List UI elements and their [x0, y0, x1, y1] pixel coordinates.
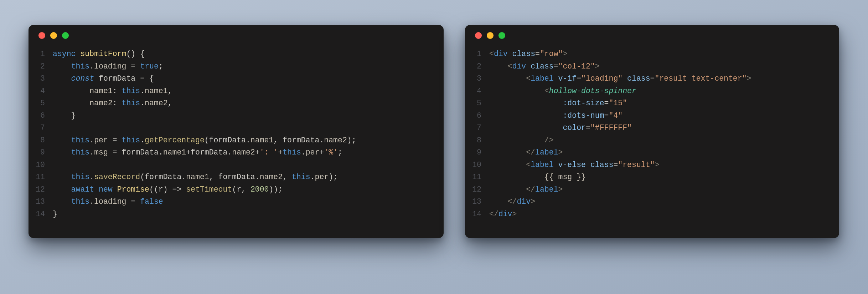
token-punct: . [181, 173, 186, 181]
minimize-icon[interactable] [50, 32, 57, 39]
token-tag-br: > [563, 50, 567, 58]
token-punct: . [89, 173, 94, 181]
token-attr2: {{ msg }} [544, 173, 586, 181]
token-punct: : [113, 87, 117, 95]
code-line: </label> [489, 185, 563, 194]
token-key: this [71, 197, 90, 206]
token-punct: , [168, 87, 172, 95]
token-ident: r [237, 185, 241, 194]
token-punct: , [209, 173, 214, 181]
token-punct: . [301, 148, 306, 157]
token-tag-br: > [558, 148, 563, 157]
token-prop: name1 [89, 87, 113, 95]
token-punct: . [140, 87, 145, 95]
code-line: <div class="col-12"> [489, 62, 600, 71]
token-tag-br: < [526, 74, 531, 83]
token-op: + [319, 148, 324, 157]
code-line: <div class="row"> [489, 50, 567, 58]
zoom-icon[interactable] [498, 32, 505, 39]
token-punct: { [140, 50, 145, 58]
line-gutter: 1 2 3 4 5 6 7 8 9 10 11 12 13 14 [465, 48, 489, 220]
token-punct: . [89, 62, 94, 71]
token-punct: { [149, 74, 154, 83]
token-key: new [99, 185, 113, 194]
token-str: "row" [540, 50, 563, 58]
code-body[interactable]: async submitForm() { this.loading = true… [53, 48, 444, 220]
code-body[interactable]: <div class="row"> <div class="col-12"> <… [489, 48, 839, 220]
close-icon[interactable] [38, 32, 45, 39]
token-punct: . [310, 173, 315, 181]
token-ident: formData [191, 148, 227, 157]
code-line: name2: this.name2, [53, 99, 172, 107]
token-op: => [172, 185, 182, 194]
minimize-icon[interactable] [487, 32, 494, 39]
token-str: "15" [609, 99, 627, 107]
token-key: await [71, 185, 94, 194]
token-punct: ( [140, 173, 145, 181]
code-window-html: 1 2 3 4 5 6 7 8 9 10 11 12 13 14 <div cl… [465, 25, 839, 238]
code-line: <hollow-dots-spinner [489, 87, 636, 95]
token-tag: label [531, 161, 554, 169]
code-line: color="#FFFFFF" [489, 123, 632, 132]
code-line: async submitForm() { [53, 50, 145, 58]
token-tag-br: < [508, 62, 512, 71]
token-tag-br: </ [489, 210, 498, 218]
token-ident: formData [145, 173, 181, 181]
token-punct: } [71, 111, 76, 120]
token-call: saveRecord [94, 173, 140, 181]
code-line: :dot-size="15" [489, 99, 627, 107]
close-icon[interactable] [475, 32, 482, 39]
token-str: "4" [609, 111, 622, 120]
token-key: this [71, 62, 90, 71]
token-tag-br: /> [544, 136, 554, 145]
token-op: = [131, 62, 135, 71]
token-tag: div [498, 210, 512, 218]
token-op: + [255, 148, 260, 157]
token-op: + [186, 148, 191, 157]
token-punct: ); [329, 173, 338, 181]
token-prop: loading [94, 197, 126, 206]
token-ident: formData [122, 148, 159, 157]
token-key: this [122, 136, 140, 145]
token-attr: v-else [558, 161, 586, 169]
token-tag: div [512, 62, 526, 71]
code-editor[interactable]: 1 2 3 4 5 6 7 8 9 10 11 12 13 14 <div cl… [465, 46, 839, 238]
token-punct: ); [347, 136, 356, 145]
token-prop: name2 [232, 148, 255, 157]
token-str: ': ' [260, 148, 278, 157]
token-tag-br: < [489, 50, 494, 58]
token-call: getPercentage [145, 136, 205, 145]
token-punct: . [140, 99, 145, 107]
token-punct: : [113, 99, 117, 107]
token-attr: class [590, 161, 614, 169]
token-op: = [113, 136, 117, 145]
token-fn: Promise [117, 185, 149, 194]
code-editor[interactable]: 1 2 3 4 5 6 7 8 9 10 11 12 13 14 async s… [29, 46, 444, 238]
code-line: /> [489, 136, 554, 145]
token-prop: name1 [186, 173, 209, 181]
token-punct: . [89, 197, 94, 206]
token-eq: = [554, 62, 558, 71]
token-punct: . [159, 148, 163, 157]
token-key: async [53, 50, 76, 58]
token-attr: class [512, 50, 536, 58]
code-line: {{ msg }} [489, 173, 586, 181]
code-line: this.loading = false [53, 197, 163, 206]
token-prop: name2 [145, 99, 168, 107]
token-tag: div [494, 50, 508, 58]
token-eq: = [535, 50, 540, 58]
token-tag-br: > [512, 210, 517, 218]
code-line: this.msg = formData.name1+formData.name2… [53, 148, 342, 157]
token-type: hollow-dots-spinner [549, 87, 636, 95]
token-tag-br: </ [508, 197, 517, 206]
zoom-icon[interactable] [62, 32, 69, 39]
token-tag-br: > [595, 62, 600, 71]
titlebar [465, 25, 839, 46]
token-op: = [131, 197, 135, 206]
token-punct: ; [338, 148, 342, 157]
code-line: </div> [489, 197, 535, 206]
token-punct: . [89, 148, 94, 157]
token-tag-br: > [558, 185, 563, 194]
token-punct: (( [149, 185, 159, 194]
token-punct: . [89, 136, 94, 145]
